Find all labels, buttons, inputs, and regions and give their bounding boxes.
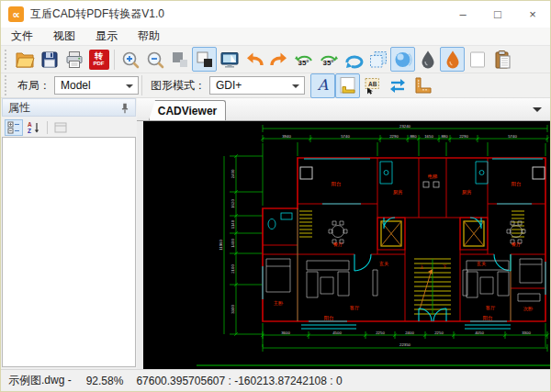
svg-text:2400: 2400 [231,169,235,178]
graphics-mode-label: 图形模式： [151,78,206,94]
properties-list[interactable] [2,137,136,367]
blank-page-icon [467,50,488,70]
rotate-view-button[interactable] [341,47,365,72]
gray-droplet-icon [418,50,438,70]
font-icon: A [318,78,329,93]
window-title: 互盾CAD转PDF转换器V1.0 [30,6,164,22]
cad-drawing: 23240 3940 5740 2290 880 1650 880 2290 5… [143,121,551,371]
text-select-button[interactable]: AB [360,73,385,98]
layout-select[interactable]: Model [54,76,139,95]
properties-header: 属性 [2,98,136,117]
svg-text:5740: 5740 [341,134,350,139]
zoom-in-button[interactable] [118,47,142,72]
menu-bar: 文件 视图 显示 帮助 [1,28,550,46]
svg-text:22350: 22350 [399,342,411,347]
orange-droplet-icon [443,50,463,70]
layout-select-value: Model [61,79,91,92]
swap-arrows-button[interactable] [385,73,410,98]
svg-text:下: 下 [443,264,447,269]
chevron-down-icon [126,84,133,88]
swap-arrows-icon [388,75,408,95]
svg-text:2290: 2290 [389,134,399,139]
page-fold-button[interactable] [335,73,360,98]
graphics-mode-select[interactable]: GDI+ [209,76,305,95]
svg-text:2250: 2250 [376,330,385,335]
toolbar-separator [114,50,115,70]
svg-text:上: 上 [420,264,424,269]
undo-button[interactable] [242,47,266,72]
open-folder-icon [15,50,35,70]
svg-text:23240: 23240 [399,124,411,129]
rotate-left-35-button[interactable]: 35° [291,47,316,72]
rotate-right-35-button[interactable]: 35° [316,47,341,72]
svg-text:客厅: 客厅 [486,305,496,311]
layers-button[interactable] [365,47,390,72]
ink-gray-button[interactable] [415,47,440,72]
ruler-button[interactable] [410,73,434,98]
svg-text:3300: 3300 [231,305,235,314]
document-area: CADViewer [137,98,550,369]
font-style-button[interactable]: A [310,73,335,98]
property-pages-icon [53,120,68,135]
cad-canvas[interactable]: 23240 3940 5740 2290 880 1650 880 2290 5… [143,121,550,369]
tab-cadviewer[interactable]: CADViewer [149,100,226,120]
toolbar-grip-2[interactable] [5,75,8,95]
menu-display[interactable]: 显示 [85,27,128,46]
menu-file[interactable]: 文件 [1,27,43,46]
menu-view[interactable]: 视图 [43,27,85,46]
minimize-button[interactable]: – [445,1,480,28]
svg-text:2400: 2400 [405,330,414,335]
pin-icon[interactable] [118,102,131,115]
svg-text:880: 880 [410,134,417,139]
ink-orange-button[interactable] [440,47,465,72]
status-coordinates: 67600.395705607 : -160213.87242108 : 0 [136,375,342,387]
svg-text:880: 880 [441,134,448,139]
black-white-squares-icon [195,50,215,70]
convert-pdf-button[interactable]: 转 PDF [86,47,111,72]
svg-text:餐厅: 餐厅 [512,241,522,247]
screen-view-button[interactable] [217,47,242,72]
redo-button[interactable] [266,47,291,72]
background-swap-button[interactable] [192,47,217,72]
tab-list-dropdown-icon[interactable] [533,107,542,112]
properties-toolbar-separator [47,121,48,134]
svg-text:阳台: 阳台 [483,315,492,321]
property-pages-button-disabled[interactable] [51,119,70,136]
background-gray-button[interactable] [167,47,192,72]
print-icon [64,50,84,70]
text-select-glyph: AB [368,81,377,87]
layers-icon [368,50,388,70]
main-toolbar: 转 PDF [1,46,550,73]
toolbar-grip[interactable] [5,50,8,70]
zoom-out-button[interactable] [142,47,167,72]
sort-alphabetical-button[interactable]: A Z [24,119,42,136]
svg-text:客厅: 客厅 [350,305,360,311]
menu-help[interactable]: 帮助 [128,27,170,46]
blank-page-button[interactable] [465,47,489,72]
svg-text:电梯: 电梯 [428,174,437,179]
render-sphere-button[interactable] [390,47,415,72]
svg-text:5740: 5740 [508,134,517,139]
svg-text:1400: 1400 [231,239,235,248]
svg-text:11960: 11960 [219,240,223,251]
svg-text:2250: 2250 [434,330,444,335]
paste-button[interactable] [489,47,514,72]
svg-text:阳台: 阳台 [512,181,521,187]
convert-pdf-icon: 转 PDF [89,50,109,70]
rotate-view-icon [343,50,364,70]
app-window: ∝ 互盾CAD转PDF转换器V1.0 – □ × 文件 视图 显示 帮助 [0,0,551,392]
rotate-left-35-icon: 35° [294,52,314,67]
svg-text:3940: 3940 [282,134,291,139]
maximize-button[interactable]: □ [480,1,515,28]
open-file-button[interactable] [12,47,37,72]
svg-text:餐厅: 餐厅 [333,241,343,247]
categorized-button[interactable] [5,119,23,136]
text-select-icon: AB [363,75,383,95]
close-button[interactable]: × [515,1,550,28]
svg-text:阳台: 阳台 [332,181,341,187]
options-toolbar: 布局： Model 图形模式： GDI+ A AB [1,73,550,98]
status-bar: 示例图.dwg - 92.58% 67600.395705607 : -1602… [1,369,550,391]
print-button[interactable] [62,47,86,72]
save-button[interactable] [37,47,62,72]
svg-text:1140: 1140 [231,219,235,229]
